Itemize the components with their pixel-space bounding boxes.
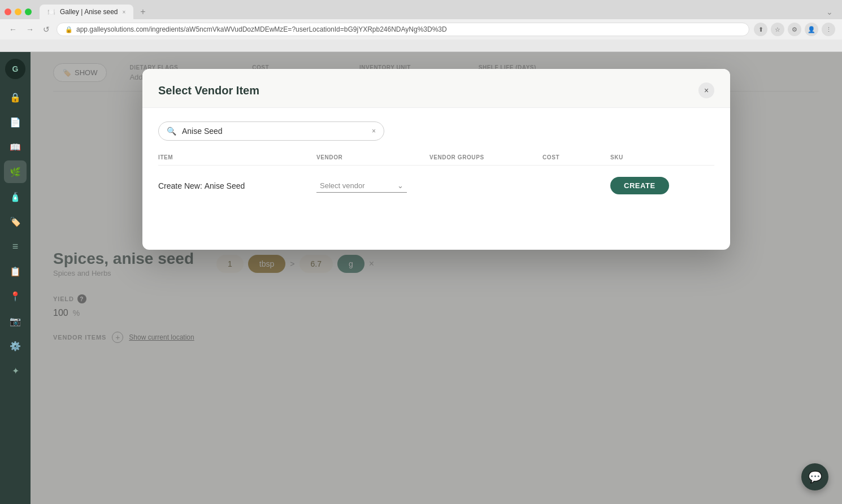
traffic-lights — [5, 8, 32, 15]
browser-chrome: 🍽️ Galley | Anise seed × + ⌄ ← → ↺ 🔒 app… — [0, 0, 842, 52]
sidebar-item-ingredients[interactable]: 🌿 — [4, 160, 27, 183]
search-input[interactable] — [182, 127, 366, 136]
tab-bar: 🍽️ Galley | Anise seed × + ⌄ — [0, 0, 842, 19]
modal-body: 🔍 × ITEM VENDOR VENDOR GROUPS COST SKU — [142, 108, 730, 212]
sidebar-item-lock[interactable]: 🔒 — [4, 86, 27, 108]
extensions-btn[interactable]: ⚙ — [788, 23, 801, 36]
sidebar-item-location[interactable]: 📍 — [4, 285, 27, 307]
table-header: ITEM VENDOR VENDOR GROUPS COST SKU — [158, 154, 714, 166]
col-item: ITEM — [158, 154, 316, 160]
url-text: app.galleysolutions.com/ingredients/aW5n… — [76, 25, 447, 33]
menu-btn[interactable]: ⋮ — [822, 23, 835, 36]
search-bar: 🔍 × — [158, 121, 384, 141]
chat-icon: 💬 — [808, 470, 822, 484]
create-new-label: Create New: Anise Seed — [158, 181, 316, 190]
modal-overlay: Select Vendor Item × 🔍 × ITEM VENDOR — [31, 52, 842, 504]
create-btn-wrapper: CREATE — [610, 177, 695, 194]
main-content: 🏷️ SHOW DIETARY FLAGS Add Dietary Flag C… — [31, 52, 842, 504]
back-btn[interactable]: ← — [7, 24, 19, 35]
modal-close-btn[interactable]: × — [698, 82, 714, 98]
share-btn[interactable]: ⬆ — [754, 23, 767, 36]
vendor-select-wrapper: Select vendor ⌄ — [316, 179, 429, 193]
chat-button[interactable]: 💬 — [801, 463, 828, 490]
modal-title: Select Vendor Item — [158, 84, 259, 97]
col-sku: SKU — [610, 154, 695, 160]
app-container: G 🔒 📄 📖 🌿 🧴 🏷️ ≡ 📋 📍 📷 ⚙️ ✦ 🏷️ SHOW — [0, 52, 842, 504]
address-bar: ← → ↺ 🔒 app.galleysolutions.com/ingredie… — [0, 19, 842, 40]
browser-actions: ⬆ ☆ ⚙ 👤 ⋮ — [754, 23, 835, 36]
sidebar-item-chart[interactable]: ⚙️ — [4, 334, 27, 357]
browser-chevron[interactable]: ⌄ — [826, 7, 833, 16]
search-clear-btn[interactable]: × — [372, 127, 376, 135]
vendor-select-dropdown[interactable]: Select vendor ⌄ — [316, 179, 407, 193]
tab-close-btn[interactable]: × — [123, 9, 126, 15]
traffic-light-red[interactable] — [5, 8, 11, 15]
create-new-prefix: Create New: — [158, 181, 202, 190]
create-new-row: Create New: Anise Seed Select vendor ⌄ — [158, 172, 714, 199]
modal-header: Select Vendor Item × — [142, 69, 730, 108]
tab-title: Galley | Anise seed — [60, 8, 118, 16]
new-tab-btn[interactable]: + — [136, 5, 150, 19]
tab-favicon: 🍽️ — [47, 8, 55, 16]
col-vendor-groups: VENDOR GROUPS — [429, 154, 542, 160]
forward-btn[interactable]: → — [24, 24, 36, 35]
sidebar-item-book[interactable]: 📖 — [4, 136, 27, 158]
sidebar-item-tags[interactable]: 🏷️ — [4, 210, 27, 233]
sidebar-item-recipes[interactable]: 📋 — [4, 260, 27, 283]
bookmark-btn[interactable]: ☆ — [771, 23, 784, 36]
vendor-chevron-icon: ⌄ — [397, 181, 403, 190]
sidebar-logo[interactable]: G — [5, 59, 25, 79]
logo-text: G — [12, 64, 19, 73]
sidebar-item-camera[interactable]: 📷 — [4, 310, 27, 332]
url-field[interactable]: 🔒 app.galleysolutions.com/ingredients/aW… — [57, 23, 749, 36]
create-btn[interactable]: CREATE — [610, 177, 669, 194]
sidebar-item-settings[interactable]: ✦ — [4, 359, 27, 382]
sidebar-item-list[interactable]: ≡ — [4, 235, 27, 258]
reload-btn[interactable]: ↺ — [41, 24, 52, 35]
sidebar: G 🔒 📄 📖 🌿 🧴 🏷️ ≡ 📋 📍 📷 ⚙️ ✦ — [0, 52, 31, 504]
sidebar-item-pages[interactable]: 📄 — [4, 111, 27, 133]
vendor-select-placeholder: Select vendor — [320, 181, 365, 190]
sidebar-item-bottles[interactable]: 🧴 — [4, 185, 27, 208]
create-new-name: Anise Seed — [205, 181, 245, 190]
lock-icon: 🔒 — [65, 26, 73, 33]
select-vendor-item-modal: Select Vendor Item × 🔍 × ITEM VENDOR — [142, 69, 730, 250]
traffic-light-yellow[interactable] — [15, 8, 21, 15]
col-vendor: VENDOR — [316, 154, 429, 160]
active-tab[interactable]: 🍽️ Galley | Anise seed × — [40, 5, 133, 19]
profile-btn[interactable]: 👤 — [805, 23, 818, 36]
search-icon: 🔍 — [167, 127, 176, 136]
col-cost: COST — [542, 154, 610, 160]
traffic-light-green[interactable] — [25, 8, 32, 15]
